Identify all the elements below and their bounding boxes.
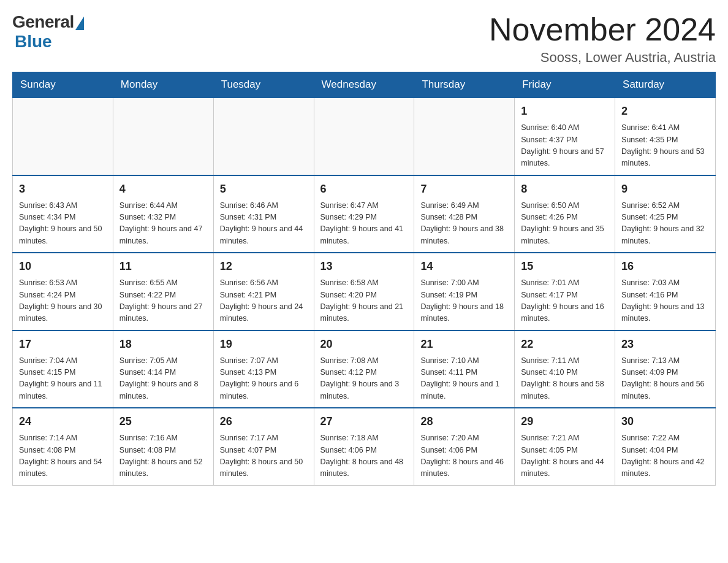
day-number: 21	[420, 336, 508, 353]
day-info: Sunrise: 7:08 AMSunset: 4:12 PMDaylight:…	[320, 355, 408, 403]
weekday-header-friday: Friday	[515, 72, 615, 98]
calendar-cell: 4Sunrise: 6:44 AMSunset: 4:32 PMDaylight…	[113, 175, 213, 253]
calendar-cell	[13, 98, 113, 175]
day-info: Sunrise: 7:01 AMSunset: 4:17 PMDaylight:…	[521, 277, 609, 325]
logo: General Blue	[12, 12, 84, 52]
calendar-cell: 14Sunrise: 7:00 AMSunset: 4:19 PMDayligh…	[414, 253, 515, 331]
calendar-cell: 22Sunrise: 7:11 AMSunset: 4:10 PMDayligh…	[515, 331, 615, 408]
calendar-cell	[314, 98, 414, 175]
day-number: 9	[621, 181, 709, 197]
day-number: 20	[320, 336, 408, 353]
calendar-week-3: 10Sunrise: 6:53 AMSunset: 4:24 PMDayligh…	[13, 253, 716, 331]
calendar-cell: 13Sunrise: 6:58 AMSunset: 4:20 PMDayligh…	[314, 253, 414, 331]
calendar-cell: 9Sunrise: 6:52 AMSunset: 4:25 PMDaylight…	[615, 175, 716, 253]
day-number: 29	[521, 413, 609, 430]
calendar-header-row: SundayMondayTuesdayWednesdayThursdayFrid…	[13, 72, 716, 98]
day-info: Sunrise: 7:07 AMSunset: 4:13 PMDaylight:…	[220, 355, 308, 403]
calendar-table: SundayMondayTuesdayWednesdayThursdayFrid…	[12, 72, 716, 486]
day-number: 17	[19, 336, 107, 353]
day-number: 18	[119, 336, 207, 353]
calendar-cell: 30Sunrise: 7:22 AMSunset: 4:04 PMDayligh…	[615, 408, 716, 485]
month-title: November 2024	[489, 12, 716, 47]
calendar-cell: 18Sunrise: 7:05 AMSunset: 4:14 PMDayligh…	[113, 331, 213, 408]
day-info: Sunrise: 7:04 AMSunset: 4:15 PMDaylight:…	[19, 355, 107, 403]
calendar-cell: 15Sunrise: 7:01 AMSunset: 4:17 PMDayligh…	[515, 253, 615, 331]
calendar-week-1: 1Sunrise: 6:40 AMSunset: 4:37 PMDaylight…	[13, 98, 716, 175]
day-info: Sunrise: 7:03 AMSunset: 4:16 PMDaylight:…	[621, 277, 709, 325]
logo-general-text: General	[12, 12, 74, 32]
logo-triangle-icon	[75, 17, 84, 30]
day-info: Sunrise: 6:47 AMSunset: 4:29 PMDaylight:…	[320, 200, 408, 248]
calendar-week-2: 3Sunrise: 6:43 AMSunset: 4:34 PMDaylight…	[13, 175, 716, 253]
day-info: Sunrise: 7:16 AMSunset: 4:08 PMDaylight:…	[119, 432, 207, 480]
day-number: 10	[19, 258, 107, 275]
day-info: Sunrise: 7:11 AMSunset: 4:10 PMDaylight:…	[521, 355, 609, 403]
calendar-cell: 10Sunrise: 6:53 AMSunset: 4:24 PMDayligh…	[13, 253, 113, 331]
day-number: 5	[220, 181, 308, 197]
day-info: Sunrise: 6:50 AMSunset: 4:26 PMDaylight:…	[521, 200, 609, 248]
day-info: Sunrise: 7:17 AMSunset: 4:07 PMDaylight:…	[220, 432, 308, 480]
location-text: Sooss, Lower Austria, Austria	[489, 50, 716, 66]
calendar-cell: 8Sunrise: 6:50 AMSunset: 4:26 PMDaylight…	[515, 175, 615, 253]
calendar-cell: 20Sunrise: 7:08 AMSunset: 4:12 PMDayligh…	[314, 331, 414, 408]
calendar-cell: 16Sunrise: 7:03 AMSunset: 4:16 PMDayligh…	[615, 253, 716, 331]
weekday-header-sunday: Sunday	[13, 72, 113, 98]
day-number: 12	[220, 258, 308, 275]
calendar-cell	[113, 98, 213, 175]
calendar-cell: 1Sunrise: 6:40 AMSunset: 4:37 PMDaylight…	[515, 98, 615, 175]
calendar-cell: 3Sunrise: 6:43 AMSunset: 4:34 PMDaylight…	[13, 175, 113, 253]
day-info: Sunrise: 7:14 AMSunset: 4:08 PMDaylight:…	[19, 432, 107, 480]
day-number: 25	[119, 413, 207, 430]
calendar-cell: 17Sunrise: 7:04 AMSunset: 4:15 PMDayligh…	[13, 331, 113, 408]
day-number: 13	[320, 258, 408, 275]
day-number: 3	[19, 181, 107, 197]
day-number: 15	[521, 258, 609, 275]
day-info: Sunrise: 6:43 AMSunset: 4:34 PMDaylight:…	[19, 200, 107, 248]
calendar-cell: 2Sunrise: 6:41 AMSunset: 4:35 PMDaylight…	[615, 98, 716, 175]
day-info: Sunrise: 7:21 AMSunset: 4:05 PMDaylight:…	[521, 432, 609, 480]
calendar-cell: 21Sunrise: 7:10 AMSunset: 4:11 PMDayligh…	[414, 331, 515, 408]
day-info: Sunrise: 6:44 AMSunset: 4:32 PMDaylight:…	[119, 200, 207, 248]
day-info: Sunrise: 6:40 AMSunset: 4:37 PMDaylight:…	[521, 122, 609, 170]
calendar-week-4: 17Sunrise: 7:04 AMSunset: 4:15 PMDayligh…	[13, 331, 716, 408]
weekday-header-monday: Monday	[113, 72, 213, 98]
calendar-cell: 5Sunrise: 6:46 AMSunset: 4:31 PMDaylight…	[213, 175, 314, 253]
day-info: Sunrise: 6:56 AMSunset: 4:21 PMDaylight:…	[220, 277, 308, 325]
calendar-cell	[414, 98, 515, 175]
calendar-cell: 29Sunrise: 7:21 AMSunset: 4:05 PMDayligh…	[515, 408, 615, 485]
logo-blue-text: Blue	[15, 32, 52, 52]
weekday-header-wednesday: Wednesday	[314, 72, 414, 98]
day-number: 7	[420, 181, 508, 197]
day-number: 8	[521, 181, 609, 197]
day-info: Sunrise: 6:55 AMSunset: 4:22 PMDaylight:…	[119, 277, 207, 325]
weekday-header-tuesday: Tuesday	[213, 72, 314, 98]
calendar-cell: 19Sunrise: 7:07 AMSunset: 4:13 PMDayligh…	[213, 331, 314, 408]
calendar-cell: 28Sunrise: 7:20 AMSunset: 4:06 PMDayligh…	[414, 408, 515, 485]
day-number: 11	[119, 258, 207, 275]
day-number: 27	[320, 413, 408, 430]
day-info: Sunrise: 7:20 AMSunset: 4:06 PMDaylight:…	[420, 432, 508, 480]
day-info: Sunrise: 6:41 AMSunset: 4:35 PMDaylight:…	[621, 122, 709, 170]
day-info: Sunrise: 7:13 AMSunset: 4:09 PMDaylight:…	[621, 355, 709, 403]
day-info: Sunrise: 7:18 AMSunset: 4:06 PMDaylight:…	[320, 432, 408, 480]
day-number: 6	[320, 181, 408, 197]
calendar-cell: 24Sunrise: 7:14 AMSunset: 4:08 PMDayligh…	[13, 408, 113, 485]
day-number: 26	[220, 413, 308, 430]
day-number: 22	[521, 336, 609, 353]
day-info: Sunrise: 6:49 AMSunset: 4:28 PMDaylight:…	[420, 200, 508, 248]
day-number: 2	[621, 103, 709, 120]
calendar-cell: 11Sunrise: 6:55 AMSunset: 4:22 PMDayligh…	[113, 253, 213, 331]
weekday-header-saturday: Saturday	[615, 72, 716, 98]
day-number: 30	[621, 413, 709, 430]
day-number: 16	[621, 258, 709, 275]
day-info: Sunrise: 6:53 AMSunset: 4:24 PMDaylight:…	[19, 277, 107, 325]
calendar-cell: 12Sunrise: 6:56 AMSunset: 4:21 PMDayligh…	[213, 253, 314, 331]
calendar-cell: 25Sunrise: 7:16 AMSunset: 4:08 PMDayligh…	[113, 408, 213, 485]
day-info: Sunrise: 7:05 AMSunset: 4:14 PMDaylight:…	[119, 355, 207, 403]
day-info: Sunrise: 6:58 AMSunset: 4:20 PMDaylight:…	[320, 277, 408, 325]
calendar-cell: 26Sunrise: 7:17 AMSunset: 4:07 PMDayligh…	[213, 408, 314, 485]
day-number: 14	[420, 258, 508, 275]
day-info: Sunrise: 7:22 AMSunset: 4:04 PMDaylight:…	[621, 432, 709, 480]
day-number: 1	[521, 103, 609, 120]
day-info: Sunrise: 7:10 AMSunset: 4:11 PMDaylight:…	[420, 355, 508, 403]
